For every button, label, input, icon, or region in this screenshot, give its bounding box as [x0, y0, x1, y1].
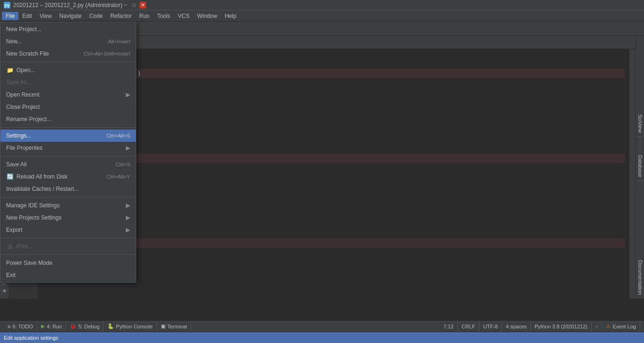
menu-edit[interactable]: Edit: [18, 12, 36, 20]
menu-run[interactable]: Run: [135, 12, 153, 20]
menu-section-6: 🖨 Print...: [0, 239, 136, 253]
minimize-button[interactable]: ─: [123, 2, 129, 8]
separator-1: [0, 62, 136, 62]
arrow-icon-4: ▶: [126, 214, 130, 221]
run-label: 4: Run: [47, 324, 62, 329]
run-status-item[interactable]: ▶ 4: Run: [37, 321, 66, 332]
menu-open-recent[interactable]: Open Recent ▶: [0, 89, 136, 101]
menu-settings[interactable]: Settings... Ctrl+Alt+S: [0, 130, 136, 142]
todo-icon: ≡: [8, 324, 10, 329]
favorites-star-icon: ★: [2, 287, 7, 294]
documentation-panel-button[interactable]: Documentation: [636, 256, 644, 299]
app-icon: py: [4, 2, 10, 8]
event-log-label: Event Log: [612, 324, 636, 329]
menu-close-project[interactable]: Close Project: [0, 101, 136, 113]
debug-icon: 🐞: [70, 323, 76, 329]
menu-invalidate[interactable]: Invalidate Caches / Restart...: [0, 183, 136, 195]
menu-vcs[interactable]: VCS: [174, 12, 193, 20]
debug-label: 5: Debug: [78, 324, 99, 329]
line-separator-status[interactable]: CRLF: [458, 321, 479, 332]
separator-3: [0, 156, 136, 156]
git-status[interactable]: ↑: [592, 321, 603, 332]
todo-label: 6: TODO: [12, 324, 33, 329]
menu-tools[interactable]: Tools: [153, 12, 174, 20]
arrow-icon-5: ▶: [126, 227, 130, 233]
menu-power-save[interactable]: Power Save Mode: [0, 257, 136, 269]
menu-window[interactable]: Window: [193, 12, 221, 20]
menu-rename-project[interactable]: Rename Project...: [0, 113, 136, 125]
arrow-icon: ▶: [126, 91, 130, 98]
menu-save-as: Save As...: [0, 76, 136, 89]
cursor-position[interactable]: 7:12: [440, 321, 458, 332]
separator-6: [0, 254, 136, 255]
python-console-label: Python Console: [116, 324, 153, 329]
menu-manage-ide[interactable]: Manage IDE Settings ▶: [0, 199, 136, 212]
interpreter-label: Python 3.8 (20201212): [535, 324, 587, 329]
separator-5: [0, 238, 136, 238]
vertical-scrollbar[interactable]: [629, 49, 636, 299]
indent-status[interactable]: 4 spaces: [502, 321, 531, 332]
indent-label: 4 spaces: [506, 324, 527, 329]
menu-refactor[interactable]: Refactor: [107, 12, 135, 20]
separator-4: [0, 197, 136, 197]
file-menu-dropdown: New Project... New... Alt+Insert New Scr…: [0, 22, 136, 283]
menu-section-4: Save All Ctrl+S 🔄 Reload All from Disk C…: [0, 157, 136, 196]
menu-open[interactable]: 📁 Open...: [0, 64, 136, 76]
encoding-label: UTF-8: [483, 324, 498, 329]
debug-status-item[interactable]: 🐞 5: Debug: [66, 321, 104, 332]
menu-exit[interactable]: Exit: [0, 269, 136, 281]
bottom-status-text: Edit application settings: [4, 335, 58, 341]
close-button[interactable]: ✕: [140, 2, 146, 8]
folder-icon: 📁: [6, 67, 14, 74]
menu-section-1: New Project... New... Alt+Insert New Scr…: [0, 22, 136, 61]
menu-section-3: Settings... Ctrl+Alt+S File Properties ▶: [0, 129, 136, 155]
run-icon: ▶: [41, 323, 45, 329]
menu-reload-all[interactable]: 🔄 Reload All from Disk Ctrl+Alt+Y: [0, 171, 136, 183]
menu-section-2: 📁 Open... Save As... Open Recent ▶ Close…: [0, 63, 136, 126]
menu-new-scratch[interactable]: New Scratch File Ctrl+Alt+Shift+Insert: [0, 48, 136, 60]
window-controls: ─ □ ✕: [123, 2, 146, 8]
terminal-label: Terminal: [167, 324, 187, 329]
arrow-icon-3: ▶: [126, 202, 130, 209]
terminal-icon: ▣: [161, 323, 165, 329]
terminal-status-item[interactable]: ▣ Terminal: [157, 321, 191, 332]
menu-save-all[interactable]: Save All Ctrl+S: [0, 158, 136, 171]
warning-icon: ⚠: [606, 323, 611, 329]
bottom-bar: Edit application settings: [0, 332, 644, 343]
menu-help[interactable]: Help: [221, 12, 240, 20]
git-icon: ↑: [595, 324, 598, 329]
status-bar: ≡ 6: TODO ▶ 4: Run 🐞 5: Debug 🐍 Python C…: [0, 320, 644, 332]
menu-new-project[interactable]: New Project...: [0, 23, 136, 35]
menu-code[interactable]: Code: [85, 12, 107, 20]
menu-file-properties[interactable]: File Properties ▶: [0, 142, 136, 154]
separator-2: [0, 127, 136, 128]
interpreter-status[interactable]: Python 3.8 (20201212): [531, 321, 592, 332]
print-icon: 🖨: [6, 243, 14, 250]
menu-view[interactable]: View: [36, 12, 56, 20]
menu-section-5: Manage IDE Settings ▶ New Projects Setti…: [0, 198, 136, 237]
title-bar: py 20201212 – 20201212_2.py (Administrat…: [0, 0, 644, 10]
database-panel-button[interactable]: Database: [636, 151, 644, 181]
menu-new-projects-settings[interactable]: New Projects Settings ▶: [0, 212, 136, 224]
crlf-label: CRLF: [462, 324, 475, 329]
window-title: 20201212 – 20201212_2.py (Administrator): [13, 2, 123, 8]
menu-bar: File Edit View Navigate Code Refactor Ru…: [0, 10, 644, 22]
maximize-button[interactable]: □: [131, 2, 138, 8]
menu-new[interactable]: New... Alt+Insert: [0, 35, 136, 48]
python-console-status-item[interactable]: 🐍 Python Console: [104, 321, 157, 332]
event-log-status[interactable]: ⚠ Event Log: [602, 321, 640, 332]
reload-icon: 🔄: [6, 173, 14, 180]
scview-panel-button[interactable]: SciView: [636, 111, 644, 137]
cursor-position-text: 7:12: [444, 324, 454, 329]
menu-file[interactable]: File: [2, 12, 18, 20]
menu-print: 🖨 Print...: [0, 240, 136, 253]
encoding-status[interactable]: UTF-8: [479, 321, 502, 332]
arrow-icon-2: ▶: [126, 145, 130, 151]
right-panel-strip: SciView Database Documentation: [636, 36, 644, 299]
todo-status-item[interactable]: ≡ 6: TODO: [4, 321, 37, 332]
menu-section-7: Power Save Mode Exit: [0, 256, 136, 282]
menu-navigate[interactable]: Navigate: [56, 12, 85, 20]
python-console-icon: 🐍: [107, 323, 114, 329]
menu-export[interactable]: Export ▶: [0, 224, 136, 236]
